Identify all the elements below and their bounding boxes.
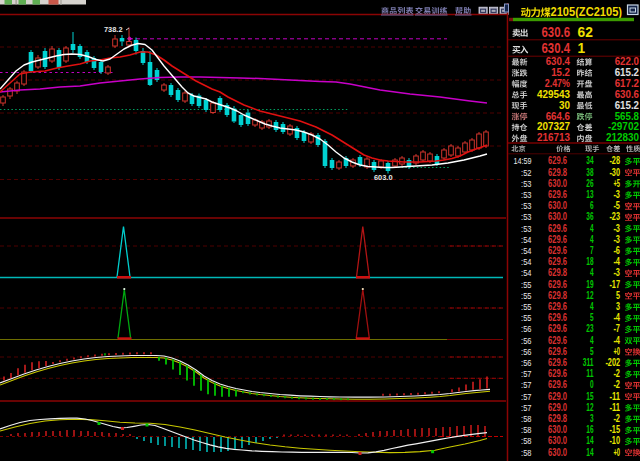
svg-text:18: 18	[586, 256, 593, 267]
svg-text::54: :54	[521, 234, 531, 245]
svg-text::57: :57	[521, 379, 531, 390]
svg-text:38: 38	[586, 167, 593, 178]
svg-text::53: :53	[521, 211, 531, 222]
svg-text:630.4: 630.4	[542, 39, 571, 56]
svg-text::55: :55	[521, 290, 531, 301]
svg-text:630.6: 630.6	[542, 23, 571, 40]
svg-text:11: 11	[586, 368, 593, 379]
svg-text::54: :54	[521, 267, 531, 278]
svg-text:-3: -3	[613, 189, 620, 200]
svg-text:-17: -17	[609, 279, 620, 290]
svg-text::54: :54	[521, 256, 531, 267]
svg-text::58: :58	[521, 447, 531, 458]
svg-text:630.0: 630.0	[548, 200, 567, 211]
svg-text::56: :56	[521, 335, 531, 346]
svg-text:629.8: 629.8	[548, 267, 567, 278]
svg-text:-15: -15	[609, 424, 620, 435]
svg-text:216713: 216713	[537, 131, 570, 143]
svg-text::53: :53	[521, 200, 531, 211]
svg-text:629.6: 629.6	[548, 189, 567, 200]
svg-text:630.0: 630.0	[548, 447, 567, 458]
svg-text::55: :55	[521, 301, 531, 312]
svg-text:629.6: 629.6	[548, 346, 567, 357]
svg-text:19: 19	[586, 279, 593, 290]
svg-text:34: 34	[586, 155, 593, 166]
svg-text:-2: -2	[613, 368, 620, 379]
svg-text::56: :56	[521, 346, 531, 357]
svg-text:3: 3	[616, 301, 620, 312]
svg-text:23: 23	[586, 323, 593, 334]
svg-text:2105(ZC2105): 2105(ZC2105)	[551, 4, 623, 19]
svg-text:-4: -4	[613, 256, 620, 267]
svg-text:629.6: 629.6	[548, 379, 567, 390]
svg-text:+0: +0	[613, 447, 620, 458]
svg-text:4: 4	[590, 234, 594, 245]
svg-text::57: :57	[521, 402, 531, 413]
svg-text:5: 5	[590, 346, 594, 357]
svg-text:-11: -11	[609, 402, 620, 413]
svg-text:629.6: 629.6	[548, 155, 567, 166]
svg-text:36: 36	[586, 211, 593, 222]
svg-text:630.0: 630.0	[548, 211, 567, 222]
svg-text:212830: 212830	[606, 131, 639, 143]
svg-text:12: 12	[586, 290, 593, 301]
svg-text::58: :58	[521, 424, 531, 435]
svg-text:5: 5	[616, 290, 620, 301]
svg-text:629.8: 629.8	[548, 167, 567, 178]
svg-text:-2: -2	[613, 379, 620, 390]
svg-text:629.8: 629.8	[548, 413, 567, 424]
svg-text:5: 5	[590, 312, 594, 323]
svg-text:-2: -2	[613, 413, 620, 424]
svg-text:16: 16	[586, 424, 593, 435]
svg-text:629.6: 629.6	[548, 368, 567, 379]
svg-text:1: 1	[578, 39, 586, 56]
svg-text:629.0: 629.0	[548, 402, 567, 413]
svg-text:+5: +5	[613, 178, 620, 189]
svg-text:630.0: 630.0	[548, 435, 567, 446]
svg-text:-28: -28	[609, 155, 620, 166]
svg-text:4: 4	[590, 301, 594, 312]
svg-text:629.6: 629.6	[548, 234, 567, 245]
svg-text:13: 13	[586, 189, 593, 200]
svg-text:629.6: 629.6	[548, 301, 567, 312]
svg-text:+0: +0	[613, 346, 620, 357]
svg-text::58: :58	[521, 413, 531, 424]
svg-text::53: :53	[521, 178, 531, 189]
svg-text:-3: -3	[613, 223, 620, 234]
svg-text:-3: -3	[613, 234, 620, 245]
svg-text::53: :53	[521, 189, 531, 200]
svg-text:629.6: 629.6	[548, 312, 567, 323]
svg-text:0: 0	[590, 379, 594, 390]
svg-text:62: 62	[578, 23, 593, 40]
svg-text:-11: -11	[609, 391, 620, 402]
svg-text::56: :56	[521, 357, 531, 368]
svg-text:14: 14	[586, 435, 593, 446]
svg-text:-5: -5	[613, 200, 620, 211]
svg-text:629.6: 629.6	[548, 245, 567, 256]
svg-text:629.6: 629.6	[548, 357, 567, 368]
svg-text:12: 12	[586, 402, 593, 413]
svg-text:630.0: 630.0	[548, 178, 567, 189]
svg-text::54: :54	[521, 245, 531, 256]
svg-text:14:59: 14:59	[514, 155, 532, 166]
svg-text::57: :57	[521, 391, 531, 402]
svg-text:6: 6	[590, 200, 594, 211]
svg-text:-202: -202	[605, 357, 620, 368]
svg-text::55: :55	[521, 279, 531, 290]
svg-text:603.0: 603.0	[374, 173, 393, 182]
svg-text::55: :55	[521, 312, 531, 323]
svg-text:630.0: 630.0	[548, 424, 567, 435]
svg-text:4: 4	[590, 267, 594, 278]
svg-text:-4: -4	[613, 312, 620, 323]
svg-text::53: :53	[521, 223, 531, 234]
svg-text:-30: -30	[609, 167, 620, 178]
svg-text:-23: -23	[609, 211, 620, 222]
svg-text:4: 4	[590, 223, 594, 234]
svg-text:-3: -3	[613, 267, 620, 278]
svg-text::56: :56	[521, 323, 531, 334]
svg-text:629.6: 629.6	[548, 223, 567, 234]
svg-text:311: 311	[583, 357, 594, 368]
svg-text:26: 26	[586, 178, 593, 189]
svg-text:629.6: 629.6	[548, 256, 567, 267]
svg-text:629.6: 629.6	[548, 323, 567, 334]
